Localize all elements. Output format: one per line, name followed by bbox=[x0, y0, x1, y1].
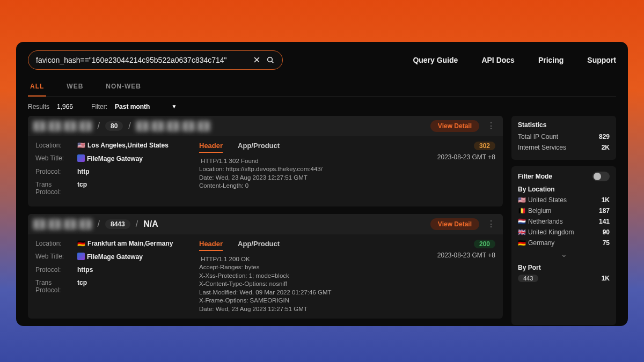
result-card: ██.██.██.██ / 8443 / N/A View Detail ⋮ L… bbox=[28, 214, 503, 319]
location-filter-row[interactable]: 🇺🇸United States1K bbox=[518, 196, 610, 204]
tab-app-product[interactable]: App/Product bbox=[238, 240, 280, 251]
app-window: Query Guide API Docs Pricing Support ALL… bbox=[16, 42, 628, 326]
port-chip: 8443 bbox=[105, 219, 130, 229]
result-card: ██.██.██.██ / 80 / ██.██.██.██.██ View D… bbox=[28, 116, 503, 206]
top-row: Query Guide API Docs Pricing Support bbox=[28, 50, 616, 70]
stats-title: Statistics bbox=[518, 121, 610, 129]
nav-support[interactable]: Support bbox=[587, 56, 616, 64]
more-options-icon[interactable]: ⋮ bbox=[485, 121, 497, 131]
response-body: HTTP/1.1 302 Found Location: https://sft… bbox=[199, 157, 415, 190]
status-badge: 302 bbox=[474, 142, 495, 150]
tab-header[interactable]: Header bbox=[199, 240, 223, 251]
nav-query-guide[interactable]: Query Guide bbox=[413, 56, 458, 64]
ip-obscured: ██.██.██.██ bbox=[33, 121, 92, 131]
status-badge: 200 bbox=[474, 240, 495, 248]
more-options-icon[interactable]: ⋮ bbox=[485, 219, 497, 229]
by-port-heading: By Port bbox=[518, 264, 610, 271]
time-filter-select[interactable]: Past month ▼ bbox=[115, 103, 177, 110]
filter-label: Filter: bbox=[91, 103, 107, 110]
chevron-down-icon: ▼ bbox=[171, 104, 177, 109]
results-list: ██.██.██.██ / 80 / ██.██.██.██.██ View D… bbox=[28, 116, 503, 325]
search-box bbox=[28, 50, 283, 70]
location-filter-row[interactable]: 🇳🇱Netherlands141 bbox=[518, 218, 610, 225]
tab-nonweb[interactable]: NON-WEB bbox=[104, 78, 143, 96]
response-body: HTTP/1.1 200 OK Accept-Ranges: bytes X-X… bbox=[199, 255, 415, 314]
response-pane: Header App/Product HTTP/1.1 302 Found Lo… bbox=[199, 142, 415, 201]
location-filter-row[interactable]: 🇧🇪Belgium187 bbox=[518, 207, 610, 215]
by-location-heading: By Location bbox=[518, 186, 610, 193]
response-pane: Header App/Product HTTP/1.1 200 OK Accep… bbox=[199, 240, 415, 314]
results-label: Results bbox=[28, 103, 49, 110]
sidebar: Statistics Total IP Count829Internet Ser… bbox=[511, 116, 616, 325]
clear-icon[interactable] bbox=[253, 56, 261, 64]
stat-row: Internet Services2K bbox=[518, 144, 610, 151]
result-meta: Location:🇺🇸Los Angeles,United States Web… bbox=[35, 142, 188, 201]
port-chip: 80 bbox=[105, 121, 123, 131]
tab-web[interactable]: WEB bbox=[64, 78, 85, 96]
svg-point-2 bbox=[268, 57, 273, 62]
filter-mode-label: Filter Mode bbox=[518, 173, 552, 180]
favicon-icon bbox=[77, 154, 85, 162]
tab-header[interactable]: Header bbox=[199, 142, 223, 153]
search-input[interactable] bbox=[36, 56, 247, 64]
port-filter-row[interactable]: 4431K bbox=[518, 275, 610, 282]
stats-panel: Statistics Total IP Count829Internet Ser… bbox=[511, 116, 616, 160]
result-card-header: ██.██.██.██ / 8443 / N/A View Detail ⋮ bbox=[28, 214, 503, 234]
filter-mode-toggle[interactable] bbox=[592, 172, 610, 181]
location-filter-row[interactable]: 🇩🇪Germany75 bbox=[518, 239, 610, 247]
svg-line-3 bbox=[272, 61, 273, 63]
tab-app-product[interactable]: App/Product bbox=[238, 142, 280, 153]
timestamp: 2023-08-23 GMT +8 bbox=[437, 153, 495, 161]
location-filter-row[interactable]: 🇬🇧United Kingdom90 bbox=[518, 228, 610, 236]
view-detail-button[interactable]: View Detail bbox=[430, 218, 479, 230]
locations-expand[interactable]: ⌄ bbox=[518, 250, 610, 258]
result-type-tabs: ALL WEB NON-WEB bbox=[28, 78, 616, 97]
favicon-icon bbox=[77, 253, 85, 260]
filter-panel: Filter Mode By Location 🇺🇸United States1… bbox=[511, 166, 616, 325]
nav-api-docs[interactable]: API Docs bbox=[481, 56, 514, 64]
results-bar: Results 1,966 Filter: Past month ▼ bbox=[28, 103, 616, 110]
results-count: 1,966 bbox=[57, 103, 73, 110]
result-meta: Location:🇩🇪Frankfurt am Main,Germany Web… bbox=[35, 240, 188, 314]
result-card-header: ██.██.██.██ / 80 / ██.██.██.██.██ View D… bbox=[28, 116, 503, 136]
timestamp: 2023-08-23 GMT +8 bbox=[437, 252, 495, 259]
content-columns: ██.██.██.██ / 80 / ██.██.██.██.██ View D… bbox=[28, 116, 616, 325]
view-detail-button[interactable]: View Detail bbox=[430, 120, 479, 132]
nav-pricing[interactable]: Pricing bbox=[538, 56, 564, 64]
time-filter-value: Past month bbox=[115, 103, 150, 110]
search-icon[interactable] bbox=[266, 56, 275, 64]
tab-all[interactable]: ALL bbox=[28, 78, 46, 97]
top-nav: Query Guide API Docs Pricing Support bbox=[413, 56, 616, 64]
ip-obscured: ██.██.██.██ bbox=[33, 219, 92, 229]
stat-row: Total IP Count829 bbox=[518, 133, 610, 141]
